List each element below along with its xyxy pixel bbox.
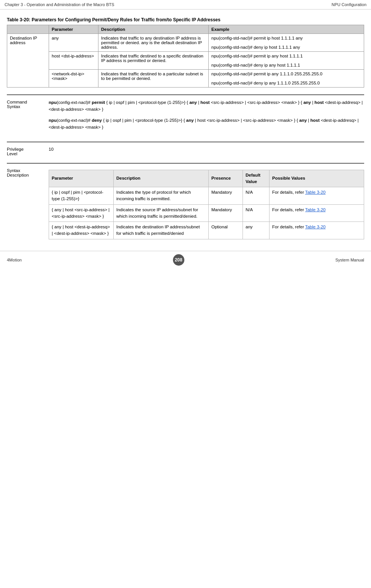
desc-host: Indicates that traffic destined to a spe…	[98, 52, 209, 70]
syntax-param-dst: { any | host <dest-ip-addresq> | <dest-i…	[49, 222, 114, 239]
syntax-possible-protocol: For details, refer Table 3-20	[270, 187, 364, 205]
col-header-example: Example	[209, 25, 364, 34]
syntax-description-section: SyntaxDescription Parameter Description …	[7, 163, 364, 239]
syntax-col-default: Default Value	[243, 170, 270, 187]
desc-network-dst: Indicates that traffic destined to a par…	[98, 70, 209, 88]
footer-right: System Manual	[335, 258, 364, 262]
table-link-1[interactable]: Table 3-20	[305, 190, 326, 194]
syntax-col-parameter: Parameter	[49, 170, 114, 187]
syntax-col-possible: Possible Values	[270, 170, 364, 187]
command-syntax-content: npu(config-ext-nacl)# permit { ip | ospf…	[49, 99, 364, 135]
table-link-2[interactable]: Table 3-20	[305, 207, 326, 212]
privilege-level-section: PrivilegeLevel 10	[7, 142, 364, 156]
main-content: Table 3-20: Parameters for Configuring P…	[0, 10, 371, 243]
syntax-default-src: N/A	[243, 204, 270, 222]
param-host: host <dst-ip-address>	[49, 52, 98, 70]
syntax-description-label: SyntaxDescription	[7, 167, 49, 239]
command-permit: npu(config-ext-nacl)# permit { ip | ospf…	[49, 99, 364, 113]
syntax-param-protocol: { ip | ospf | pim | <protocol-type (1-25…	[49, 187, 114, 205]
syntax-col-presence: Presence	[209, 170, 243, 187]
syntax-possible-dst: For details, refer Table 3-20	[270, 222, 364, 239]
syntax-presence-dst: Optional	[209, 222, 243, 239]
syntax-description-content: Parameter Description Presence Default V…	[49, 167, 364, 239]
param-table: Parameter Description Example Destinatio…	[7, 25, 364, 88]
syntax-desc-dst: Indicates the destination IP address/sub…	[114, 222, 209, 239]
command-deny: npu(config-ext-nacl)# deny { ip | ospf |…	[49, 117, 364, 131]
col-header-description: Description	[98, 25, 209, 34]
header-right: NPU Configuration	[331, 2, 366, 7]
syntax-row-protocol: { ip | ospf | pim | <protocol-type (1-25…	[49, 187, 364, 205]
header-left: Chapter 3 - Operation and Administration…	[5, 2, 114, 7]
table-row: host <dst-ip-address> Indicates that tra…	[7, 52, 364, 70]
syntax-desc-src: Indicates the source IP address/subnet f…	[114, 204, 209, 222]
example-any: npu(config-std-nacl)# permit ip host 1.1…	[209, 34, 364, 52]
privilege-level-label: PrivilegeLevel	[7, 146, 49, 156]
page-footer: 4Motion 208 System Manual	[0, 251, 371, 269]
example-host: npu(config-std-nacl)# permit ip any host…	[209, 52, 364, 70]
table-title: Table 3-20: Parameters for Configuring P…	[7, 17, 364, 22]
param-any: any	[49, 34, 98, 52]
col-header-parameter: Parameter	[49, 25, 98, 34]
syntax-col-description: Description	[114, 170, 209, 187]
syntax-param-src: { any | host <src-ip-address> | <src-ip-…	[49, 204, 114, 222]
syntax-possible-src: For details, refer Table 3-20	[270, 204, 364, 222]
syntax-default-dst: any	[243, 222, 270, 239]
privilege-level-content: 10	[49, 146, 364, 156]
syntax-row-dst: { any | host <dest-ip-addresq> | <dest-i…	[49, 222, 364, 239]
syntax-desc-protocol: Indicates the type of protocol for which…	[114, 187, 209, 205]
syntax-presence-src: Mandatory	[209, 204, 243, 222]
table-link-3[interactable]: Table 3-20	[305, 225, 326, 229]
col-header-empty	[7, 25, 49, 34]
syntax-default-protocol: N/A	[243, 187, 270, 205]
footer-page-number: 208	[173, 254, 184, 266]
table-row: <network-dst-ip> <mask> Indicates that t…	[7, 70, 364, 88]
table-row: Destination IP address any Indicates tha…	[7, 34, 364, 52]
example-network-dst: npu(config-std-nacl)# permit ip any 1.1.…	[209, 70, 364, 88]
privilege-value: 10	[49, 147, 54, 151]
param-network-dst: <network-dst-ip> <mask>	[49, 70, 98, 88]
page-header: Chapter 3 - Operation and Administration…	[0, 0, 371, 10]
footer-left: 4Motion	[7, 258, 22, 262]
desc-any: Indicates that traffic to any destinatio…	[98, 34, 209, 52]
command-syntax-section: CommandSyntax npu(config-ext-nacl)# perm…	[7, 94, 364, 135]
command-syntax-label: CommandSyntax	[7, 99, 49, 135]
syntax-row-src: { any | host <src-ip-address> | <src-ip-…	[49, 204, 364, 222]
syntax-table: Parameter Description Presence Default V…	[49, 170, 364, 239]
syntax-presence-protocol: Mandatory	[209, 187, 243, 205]
dest-ip-address-label: Destination IP address	[7, 34, 49, 88]
